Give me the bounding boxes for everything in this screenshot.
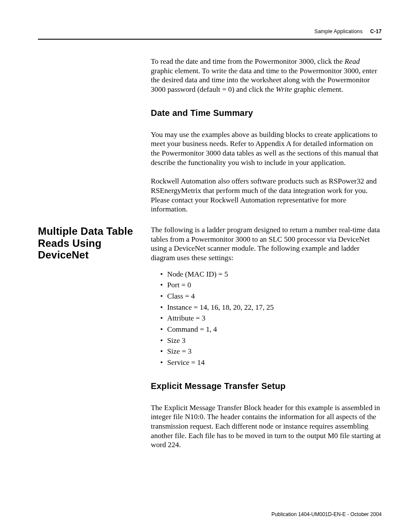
intro-mid: graphic element. To write the data and t… [151,67,377,93]
list-item: Port = 0 [160,280,382,290]
header-rule [38,39,382,40]
list-item: Node (MAC ID) = 5 [160,270,382,279]
list-item: Service = 14 [160,358,382,367]
list-item: Instance = 14, 16, 18, 20, 22, 17, 25 [160,303,382,312]
intro-paragraph: To read the date and time from the Power… [151,57,382,94]
side-heading-multiple-reads: Multiple Data Table Reads Using DeviceNe… [38,225,151,261]
list-item: Size = 3 [160,347,382,356]
dts-paragraph-2: Rockwell Automation also offers software… [151,177,382,214]
heading-explicit-setup: Explicit Message Transfer Setup [151,381,382,391]
running-header: Sample Applications C-17 [38,28,382,34]
block-intro: To read the date and time from the Power… [38,57,382,224]
list-item: Class = 4 [160,292,382,301]
read-italic: Read [345,57,360,65]
heading-date-time-summary: Date and Time Summary [151,108,382,118]
es-paragraph-1: The Explicit Message Transfer Block head… [151,403,382,450]
running-title: Sample Applications [314,28,363,34]
intro-suffix: graphic element. [292,85,343,93]
footer-publication: Publication 1404-UM001D-EN-E - October 2… [271,511,382,517]
list-item: Command = 1, 4 [160,325,382,334]
page-number: C-17 [370,28,382,34]
list-item: Size 3 [160,336,382,345]
intro-prefix: To read the date and time from the Power… [151,57,345,65]
dts-paragraph-1: You may use the examples above as buildi… [151,130,382,168]
write-italic: Write [276,85,292,93]
page: Sample Applications C-17 To read the dat… [0,0,411,532]
block-multiple-reads: Multiple Data Table Reads Using DeviceNe… [38,225,382,459]
mr-bullet-list: Node (MAC ID) = 5 Port = 0 Class = 4 Ins… [151,270,382,367]
mr-paragraph-1: The following is a ladder program design… [151,225,382,263]
list-item: Attribute = 3 [160,314,382,323]
